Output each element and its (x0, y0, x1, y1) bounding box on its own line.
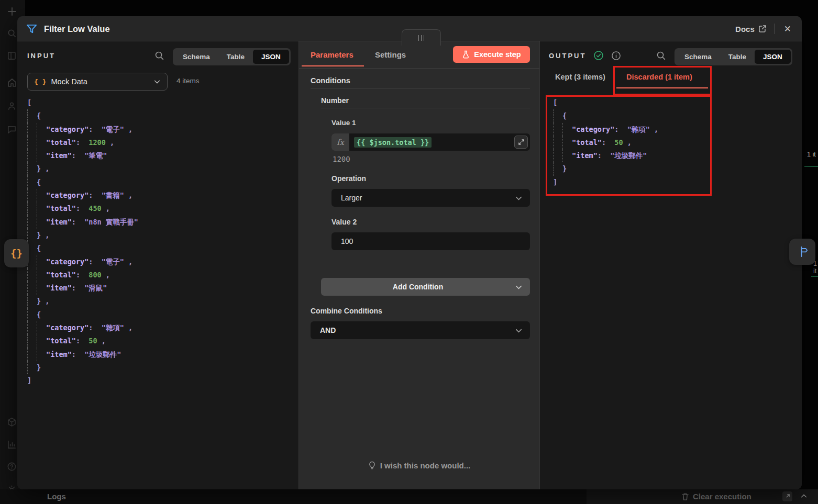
kept-items-tab[interactable]: Kept (3 items) (555, 73, 605, 81)
json-token: , (106, 136, 114, 149)
output-search-icon[interactable] (656, 51, 666, 61)
json-token: "滑鼠" (84, 282, 107, 295)
json-token: "total" (46, 334, 76, 348)
json-token: { (37, 109, 41, 122)
tab-parameters[interactable]: Parameters (311, 50, 353, 59)
indent-guide (27, 295, 37, 308)
tab-json[interactable]: JSON (755, 50, 791, 64)
json-token: "category" (572, 123, 614, 136)
json-token: "n8n 實戰手冊" (84, 216, 138, 229)
json-token: , (124, 189, 132, 202)
docs-link[interactable]: Docs (735, 25, 767, 33)
output-signpost-button[interactable] (789, 239, 815, 265)
json-token: ] (553, 176, 557, 189)
open-expression-editor-button[interactable] (514, 136, 528, 149)
json-line: ] (553, 176, 789, 189)
add-node-icon[interactable] (7, 6, 17, 17)
value1-expression-field[interactable]: fx {{ $json.total }} (331, 133, 530, 151)
tab-schema[interactable]: Schema (676, 50, 720, 64)
info-icon[interactable] (611, 51, 621, 61)
json-token: : (614, 123, 627, 136)
json-token: } (37, 361, 41, 374)
json-line: "item": "滑鼠" (27, 282, 289, 295)
tab-table[interactable]: Table (720, 50, 755, 64)
execute-step-button[interactable]: Execute step (453, 46, 530, 63)
json-token: 1200 (89, 136, 106, 149)
json-token: [ (553, 96, 557, 109)
bottom-bar: Logs Clear execution (0, 489, 818, 504)
indent-guide (27, 149, 37, 162)
json-token: "item" (46, 282, 72, 295)
json-line: "item": "n8n 實戰手冊" (27, 216, 289, 229)
indent-guide (27, 229, 37, 242)
tab-table[interactable]: Table (218, 50, 253, 64)
panel-drag-handle[interactable] (402, 29, 441, 46)
logs-tab[interactable]: Logs (47, 492, 66, 501)
close-icon[interactable]: ✕ (782, 23, 793, 36)
templates-icon[interactable] (7, 417, 17, 427)
search-icon[interactable] (7, 28, 17, 38)
node-title: Filter Low Value (44, 24, 110, 34)
tab-schema[interactable]: Schema (174, 50, 218, 64)
operation-select[interactable]: Larger (331, 189, 530, 207)
json-token: : (76, 334, 89, 348)
indent-guide (37, 321, 46, 334)
input-mapper-button[interactable]: {} (4, 239, 29, 267)
json-token: "垃圾郵件" (84, 348, 121, 361)
json-token: "total" (46, 136, 76, 149)
user-icon[interactable] (7, 101, 17, 111)
indent-guide (562, 123, 572, 136)
discarded-items-tab[interactable]: Discarded (1 item) (626, 73, 692, 81)
json-token: , (650, 123, 658, 136)
indent-guide (27, 162, 37, 175)
json-token: "筆電" (84, 149, 107, 162)
input-search-icon[interactable] (154, 51, 164, 61)
tab-json[interactable]: JSON (253, 50, 289, 64)
json-token: "雜項" (627, 123, 650, 136)
json-token: : (89, 321, 101, 334)
chat-icon[interactable] (7, 125, 17, 135)
json-token: 50 (89, 334, 97, 348)
panel-layout-icon[interactable] (7, 51, 17, 61)
chevron-down-icon (153, 78, 161, 85)
output-json-view: [{"category": "雜項" ,"total": 50 ,"item":… (553, 96, 789, 189)
indent-guide (27, 202, 37, 215)
indent-guide (27, 109, 37, 122)
indent-guide (37, 255, 46, 268)
indent-guide (27, 136, 37, 149)
home-icon[interactable] (7, 77, 17, 88)
value2-input[interactable] (331, 232, 530, 250)
json-token: : (89, 123, 101, 136)
node-feedback-link[interactable]: I wish this node would... (299, 461, 539, 470)
indent-guide (37, 149, 46, 162)
json-token: "total" (46, 268, 76, 282)
json-token: "total" (46, 202, 76, 215)
insights-chart-icon[interactable] (7, 440, 17, 450)
json-line: "item": "垃圾郵件" (553, 149, 789, 162)
json-token: "item" (572, 149, 598, 162)
json-token: 450 (89, 202, 101, 215)
combine-conditions-select[interactable]: AND (311, 321, 530, 339)
tab-settings[interactable]: Settings (375, 50, 406, 59)
input-source-select[interactable]: { } Mock Data (27, 73, 168, 91)
json-token: : (72, 216, 84, 229)
json-token: : (89, 189, 101, 202)
help-icon[interactable] (7, 462, 17, 472)
json-token: "item" (46, 149, 72, 162)
indent-guide (27, 216, 37, 229)
json-line: } , (27, 229, 289, 242)
clear-execution-button[interactable]: Clear execution (681, 492, 751, 501)
json-token: , (124, 321, 132, 334)
add-condition-button[interactable]: Add Condition (321, 278, 530, 296)
json-line: { (27, 109, 289, 122)
indent-guide (553, 162, 562, 175)
input-caption: INPUT (27, 52, 56, 60)
json-token: : (72, 282, 84, 295)
json-token: "item" (46, 348, 72, 361)
external-link-icon (758, 25, 767, 33)
indent-guide (37, 334, 46, 348)
popout-logs-button[interactable] (782, 491, 792, 501)
json-line: "category": "書籍" , (27, 189, 289, 202)
chevron-up-icon[interactable] (800, 492, 808, 500)
indent-guide (37, 136, 46, 149)
